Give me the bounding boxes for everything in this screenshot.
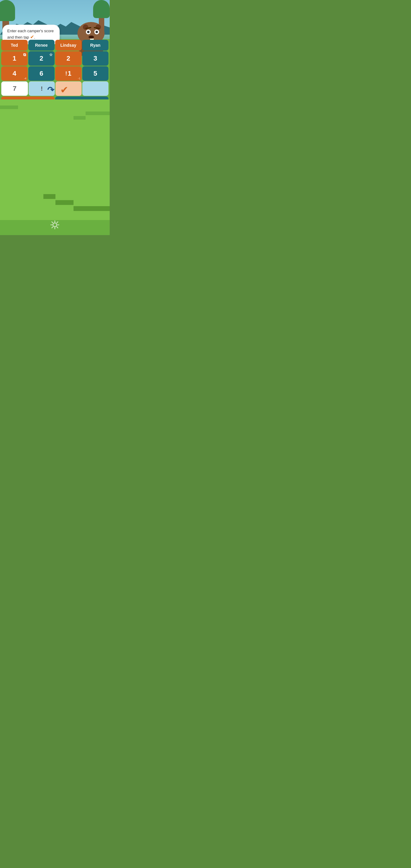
beaver-eye-left [86, 30, 91, 34]
header-row: Ted Renee Lindsay Ryan [1, 40, 108, 51]
back-button[interactable]: ↶ [47, 85, 54, 95]
score-renee-round1[interactable]: 2 ☆ [28, 51, 55, 66]
platform-step-1 [86, 112, 110, 115]
score-renee-round2[interactable]: 6 [28, 66, 55, 81]
score-ted-round1[interactable]: 1 ⧉ [1, 51, 28, 66]
action-buttons: ↶ ✔ [18, 81, 98, 99]
svg-line-8 [52, 227, 53, 228]
score-lindsay-round1[interactable]: 2 [55, 51, 82, 66]
gear-svg [50, 219, 60, 230]
lower-area [0, 99, 110, 220]
confirm-button[interactable]: ✔ [60, 84, 68, 96]
speech-bubble-text: Enter each camper's score and then tap ✔… [7, 29, 54, 39]
score-row-1: 1 ⧉ 2 ☆ 2 3 [1, 51, 108, 66]
svg-line-5 [52, 222, 53, 223]
score-ted-round2[interactable]: 4 -4 [1, 66, 28, 81]
gear-icon [50, 219, 60, 231]
score-row-2: 4 -4 6 !1 -1 5 [1, 66, 108, 81]
platform-step-4 [73, 206, 110, 211]
header-ryan[interactable]: Ryan [82, 40, 109, 51]
copy-badge-icon: ⧉ [23, 53, 26, 57]
svg-line-6 [57, 227, 58, 228]
platform-step-2 [73, 116, 86, 120]
star-badge-icon: ☆ [49, 53, 53, 57]
lindsay-round2-annotation: -1 [78, 77, 80, 80]
platform-step-3 [0, 105, 18, 109]
platform-step-6 [43, 194, 56, 199]
settings-button[interactable] [49, 219, 61, 231]
header-lindsay[interactable]: Lindsay [55, 40, 82, 51]
exclamation-icon: ! [65, 70, 67, 77]
beaver-pupil-right [96, 31, 98, 33]
header-ted[interactable]: Ted [1, 40, 28, 51]
platform-step-5 [56, 200, 73, 205]
score-ryan-round2[interactable]: 5 [82, 66, 109, 81]
ted-round2-annotation: -4 [24, 77, 26, 80]
svg-line-7 [57, 222, 58, 223]
score-lindsay-round2[interactable]: !1 -1 [55, 66, 82, 81]
beaver-pupil-left [87, 31, 90, 33]
checkmark-icon: ✔ [30, 34, 34, 39]
beaver-nose [89, 36, 94, 38]
svg-point-0 [53, 223, 57, 227]
score-ryan-round1[interactable]: 3 [82, 51, 109, 66]
header-renee[interactable]: Renee [28, 40, 55, 51]
beaver-eye-right [94, 30, 99, 34]
